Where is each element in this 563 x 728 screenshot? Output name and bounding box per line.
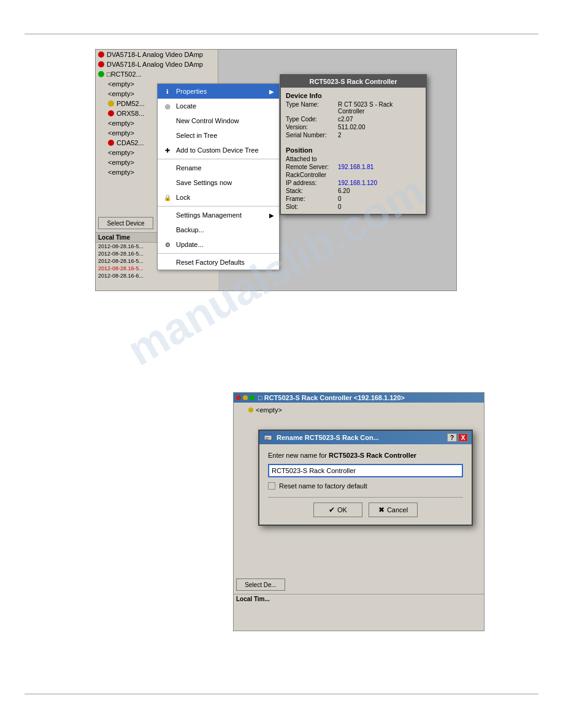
list-item[interactable]: DVA5718-L Analog Video DAmp (96, 59, 218, 69)
dialog-close-button[interactable]: X (458, 433, 468, 442)
rename-dialog-icon (263, 433, 273, 442)
log-entry: 2012-08-28.16-6... (96, 272, 218, 279)
menu-item-rename[interactable]: Rename (158, 161, 279, 175)
locate-icon: ◎ (163, 101, 172, 111)
status-dot-red (98, 61, 104, 67)
popup-value: 192.168.1.120 (338, 180, 377, 186)
dialog-body: Enter new name for RCT5023-S Rack Contro… (259, 444, 472, 525)
list-item[interactable]: DVA5718-L Analog Video DAmp (96, 50, 218, 59)
select-device-button[interactable]: Select De... (236, 578, 285, 591)
dialog-separator (268, 497, 463, 498)
menu-item-label: Update... (176, 241, 204, 248)
dialog-help-button[interactable]: ? (447, 433, 457, 442)
popup-label: Serial Number: (286, 132, 338, 138)
titlebar-dot-yellow (243, 395, 248, 400)
popup-label: Slot: (286, 203, 338, 210)
popup-row: Remote Server: 192.168.1.81 (286, 164, 421, 170)
popup-label: Remote Server: (286, 164, 338, 170)
menu-item-add-to-custom[interactable]: ✚ Add to Custom Device Tree (158, 143, 279, 157)
context-menu: ℹ Properties ▶ ◎ Locate New Control Wind… (157, 83, 280, 270)
popup-row: Type Name: R CT 5023 S - Rack Controller (286, 101, 421, 115)
popup-value: c2.07 (338, 116, 353, 123)
position-section: Position Attached to Remote Server: 192.… (281, 142, 426, 214)
window-title-dots (236, 395, 255, 400)
status-dot-red (108, 110, 114, 116)
reset-name-checkbox[interactable] (268, 482, 275, 490)
list-item[interactable]: □RCT502... (96, 69, 218, 79)
device-name: □RCT502... (107, 70, 142, 78)
popup-label: Type Code: (286, 116, 338, 123)
checkbox-row: Reset name to factory default (268, 482, 463, 490)
device-name: <empty> (108, 90, 134, 97)
popup-label: Frame: (286, 195, 338, 202)
cancel-button[interactable]: ✖ Cancel (369, 502, 418, 517)
log-area: Local Tim... (234, 594, 484, 631)
ok-icon: ✔ (329, 506, 335, 514)
menu-separator (158, 159, 279, 159)
bottom-rule (25, 694, 538, 694)
device-name: <empty> (256, 406, 282, 414)
menu-item-new-control-window[interactable]: New Control Window (158, 113, 279, 128)
reset-icon (163, 257, 172, 267)
popup-row: IP address: 192.168.1.120 (286, 180, 421, 186)
submenu-arrow-icon: ▶ (269, 88, 274, 95)
svg-rect-1 (264, 434, 272, 436)
menu-item-label: Rename (176, 164, 202, 172)
menu-item-select-in-tree[interactable]: Select in Tree (158, 128, 279, 143)
popup-label: Type Name: (286, 101, 338, 115)
window-content: <empty> (234, 403, 484, 417)
menu-item-label: Lock (176, 194, 190, 201)
menu-item-label: New Control Window (176, 117, 239, 124)
menu-item-label: Backup... (176, 226, 204, 233)
lock-icon: 🔒 (163, 192, 172, 202)
menu-item-locate[interactable]: ◎ Locate (158, 99, 279, 113)
popup-label: Version: (286, 124, 338, 131)
screenshot1: DVA5718-L Analog Video DAmp DVA5718-L An… (95, 49, 457, 291)
menu-separator (158, 206, 279, 207)
popup-value: 511.02.00 (338, 124, 366, 131)
menu-item-settings-management[interactable]: Settings Management ▶ (158, 208, 279, 222)
device-name: DVA5718-L Analog Video DAmp (107, 51, 203, 58)
dialog-prompt-bold: RCT5023-S Rack Controller (329, 452, 416, 459)
popup-row: Attached to (286, 156, 421, 162)
ok-button[interactable]: ✔ OK (313, 502, 362, 517)
backup-icon (163, 225, 172, 235)
section-header: Position (286, 146, 421, 154)
menu-item-update[interactable]: ⚙ Update... (158, 237, 279, 252)
dialog-title: Rename RCT5023-S Rack Con... (277, 434, 447, 441)
add-icon: ✚ (163, 145, 172, 155)
menu-item-backup[interactable]: Backup... (158, 222, 279, 237)
submenu-arrow-icon: ▶ (269, 212, 274, 219)
device-name: DVA5718-L Analog Video DAmp (107, 61, 203, 68)
tree-icon (163, 131, 172, 140)
popup-row: Frame: 0 (286, 195, 421, 202)
select-device-button[interactable]: Select Device (98, 217, 153, 229)
top-rule (25, 34, 538, 34)
popup-row: RackController (286, 172, 421, 178)
rename-input[interactable] (268, 464, 463, 477)
popup-row: Type Code: c2.07 (286, 116, 421, 123)
popup-label: Stack: (286, 188, 338, 194)
popup-value: 2 (338, 132, 342, 138)
window-title: □ RCT5023-S Rack Controller <192.168.1.1… (258, 394, 405, 401)
titlebar-dot-green (250, 395, 255, 400)
menu-item-label: Locate (176, 102, 196, 110)
menu-item-reset-factory[interactable]: Reset Factory Defaults (158, 255, 279, 270)
device-name: <empty> (108, 119, 134, 127)
device-name: PDM52... (117, 100, 145, 107)
menu-separator (158, 253, 279, 254)
checkbox-label: Reset name to factory default (279, 482, 367, 490)
info-icon: ℹ (163, 86, 172, 96)
popup-value: 192.168.1.81 (338, 164, 373, 170)
popup-value: R CT 5023 S - Rack Controller (338, 101, 421, 115)
list-item[interactable]: <empty> (236, 405, 481, 415)
device-name: ORX58... (117, 110, 144, 117)
menu-item-save-settings[interactable]: Save Settings now (158, 175, 279, 190)
device-info-section: Device Info Type Name: R CT 5023 S - Rac… (281, 88, 426, 142)
menu-item-lock[interactable]: 🔒 Lock (158, 190, 279, 205)
properties-popup: RCT5023-S Rack Controller Device Info Ty… (280, 74, 427, 215)
device-name: <empty> (108, 149, 134, 156)
dialog-controls: ? X (447, 433, 468, 442)
settings-icon (163, 210, 172, 220)
menu-item-properties[interactable]: ℹ Properties ▶ (158, 84, 279, 99)
